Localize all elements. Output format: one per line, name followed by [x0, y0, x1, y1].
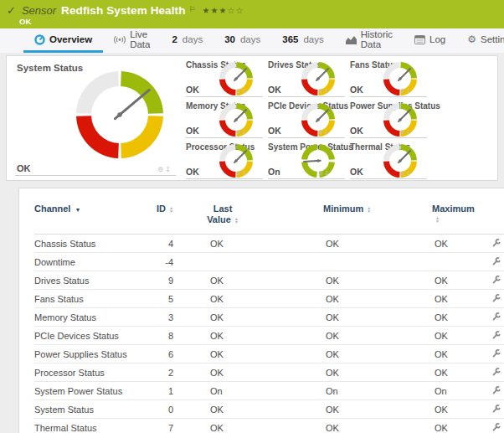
channel-settings-icon[interactable] — [491, 275, 501, 286]
tab-label: Historic Data — [361, 29, 393, 49]
minimum-cell: OK — [290, 308, 401, 327]
channel-settings-icon[interactable] — [491, 256, 501, 268]
column-header-id[interactable]: ID▲▼ — [133, 198, 173, 235]
channel-table-panel: Channel▼ ID▲▼ Last Value▲▼ Minimum▲▼ Max… — [18, 188, 504, 433]
channel-settings-icon[interactable] — [491, 348, 501, 360]
table-row[interactable]: System Status0OKOKOK — [34, 400, 504, 419]
pin-icon[interactable]: ↧ — [242, 170, 248, 177]
row-tools-cell — [478, 345, 504, 363]
mini-gauge-panel: Power Supplies StatusOK⚙↧ — [350, 99, 427, 139]
maximum-cell: On — [401, 382, 478, 400]
gauge-value: OK — [350, 126, 363, 136]
pin-icon[interactable]: ↧ — [406, 170, 412, 177]
maximum-cell: OK — [401, 308, 478, 327]
table-row[interactable]: Power Supplies Status6OKOKOK — [34, 345, 504, 363]
maximum-cell: OK — [401, 271, 478, 290]
pin-icon[interactable]: ↧ — [324, 129, 330, 136]
gear-icon[interactable]: ⚙ — [157, 166, 165, 173]
tab-label: 365 — [282, 34, 298, 44]
minimum-cell: OK — [290, 290, 401, 308]
channel-name-cell: Power Supplies Status — [34, 345, 133, 363]
column-header-maximum[interactable]: Maximum▲▼ — [401, 198, 478, 235]
tab-365-days[interactable]: 365 days — [271, 28, 334, 53]
channel-name-cell: Fans Status — [34, 290, 133, 308]
table-row[interactable]: Downtime-4 — [34, 253, 504, 271]
priority-stars[interactable]: ★★★☆☆ — [203, 6, 244, 15]
sort-icon: ▲▼ — [367, 206, 371, 214]
status-check-icon: ✓ — [7, 4, 16, 17]
channel-settings-icon[interactable] — [491, 312, 501, 323]
tab-label: Overview — [49, 34, 92, 44]
tab-overview[interactable]: Overview — [23, 28, 103, 53]
table-row[interactable]: Drives Status9OKOKOK — [34, 271, 504, 290]
column-header-minimum[interactable]: Minimum▲▼ — [290, 198, 401, 235]
channel-settings-icon[interactable] — [491, 293, 501, 305]
panel-divider — [350, 137, 427, 138]
row-tools-cell — [478, 308, 504, 327]
overview-gauge-icon — [34, 34, 45, 45]
tab-live-data[interactable]: Live Data — [103, 28, 161, 53]
maximum-cell: OK — [401, 419, 478, 433]
table-row[interactable]: Processor Status2OKOKOK — [34, 363, 504, 382]
channel-settings-icon[interactable] — [491, 367, 501, 379]
column-header-last-value[interactable]: Last Value▲▼ — [173, 198, 290, 235]
channel-id-cell: 0 — [133, 400, 173, 419]
table-row[interactable]: Thermal Status7OKOKOK — [34, 419, 504, 433]
channel-name-cell: Processor Status — [34, 363, 133, 382]
minimum-cell: OK — [290, 327, 401, 345]
channel-settings-icon[interactable] — [491, 385, 501, 397]
tab-30-days[interactable]: 30 days — [213, 28, 271, 53]
table-row[interactable]: Memory Status3OKOKOK — [34, 308, 504, 327]
pin-icon[interactable]: ↧ — [324, 88, 330, 95]
maximum-cell: OK — [401, 363, 478, 382]
tab-bar: Overview Live Data 2 days 30 days 365 da… — [0, 28, 504, 53]
pin-icon[interactable]: ↧ — [165, 166, 172, 173]
live-data-icon — [114, 35, 126, 44]
channel-name-cell: System Power Status — [34, 382, 133, 400]
gauge-value: OK — [17, 163, 31, 173]
pin-icon[interactable]: ↧ — [406, 129, 412, 136]
minimum-cell: OK — [290, 363, 401, 382]
gauge-value: OK — [350, 85, 363, 95]
column-header-tools — [478, 198, 504, 235]
system-status-gauge — [73, 68, 167, 162]
channel-settings-icon[interactable] — [491, 330, 501, 342]
panel-divider — [186, 137, 263, 138]
column-header-channel[interactable]: Channel▼ — [34, 198, 133, 235]
table-row[interactable]: Chassis Status4OKOKOK — [34, 235, 504, 253]
tab-settings[interactable]: ⚙ Settings — [456, 28, 504, 53]
panel-divider — [350, 178, 427, 179]
channel-settings-icon[interactable] — [491, 404, 501, 415]
pin-icon[interactable]: ↧ — [324, 170, 330, 177]
flag-icon[interactable]: ⚐ — [189, 5, 196, 13]
channel-id-cell: 6 — [133, 345, 173, 363]
tab-label: 30 — [224, 34, 235, 44]
panel-divider — [268, 137, 345, 138]
last-value-cell: OK — [173, 400, 290, 419]
last-value-cell: OK — [173, 345, 290, 363]
overview-panel: System Status OK ⚙↧ Chassis StatusOK⚙↧Dr… — [6, 55, 498, 181]
tab-historic-data[interactable]: Historic Data — [335, 28, 404, 53]
pin-icon[interactable]: ↧ — [242, 129, 248, 136]
table-row[interactable]: Fans Status5OKOKOK — [34, 290, 504, 308]
minimum-cell: OK — [290, 271, 401, 290]
table-row[interactable]: PCIe Devices Status8OKOKOK — [34, 327, 504, 345]
system-status-panel: System Status OK ⚙↧ — [13, 58, 177, 178]
tab-label: Log — [429, 34, 445, 44]
gauge-value: On — [268, 167, 280, 177]
tab-2-days[interactable]: 2 days — [161, 28, 213, 53]
table-row[interactable]: System Power Status1OnOnOn — [34, 382, 504, 400]
channel-id-cell: 4 — [133, 235, 173, 253]
channel-id-cell: 9 — [133, 271, 173, 290]
pin-icon[interactable]: ↧ — [242, 88, 248, 95]
channel-settings-icon[interactable] — [491, 422, 501, 433]
sort-icon: ▲▼ — [435, 216, 440, 224]
pin-icon[interactable]: ↧ — [406, 88, 412, 95]
mini-gauge-panel: Fans StatusOK⚙↧ — [350, 58, 427, 98]
tab-log[interactable]: Log — [404, 28, 456, 53]
channel-id-cell: 1 — [133, 382, 173, 400]
channel-settings-icon[interactable] — [491, 238, 501, 250]
minimum-cell: OK — [290, 235, 401, 253]
channel-id-cell: 2 — [133, 363, 173, 382]
table-header-row: Channel▼ ID▲▼ Last Value▲▼ Minimum▲▼ Max… — [34, 198, 504, 235]
